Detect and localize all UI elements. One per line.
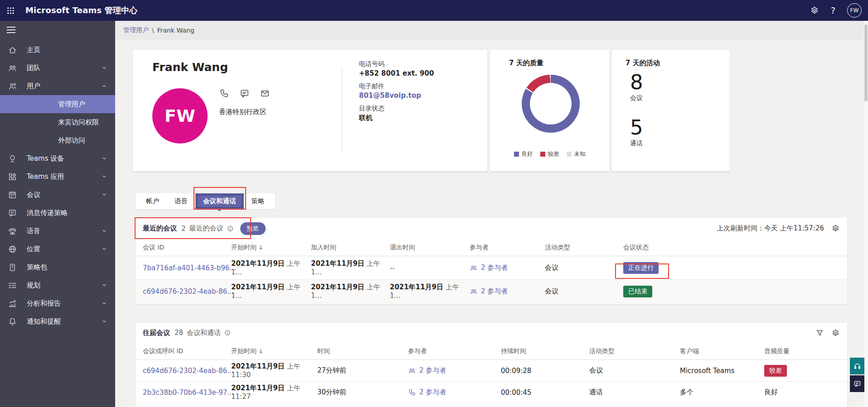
sidebar-item-notifications-alerts[interactable]: 通知和提醒 [0, 312, 115, 330]
scrollbar-thumb[interactable] [864, 24, 868, 101]
breadcrumb-parent-link[interactable]: 管理用户 [123, 26, 149, 34]
last-refresh-time: 上次刷新时间 : 今天 上午11:57:26 [717, 224, 824, 233]
recent-meetings-panel: 最近的会议 2 最近的会议 预览 上次刷新时间 : 今天 上午11:57:26 … [136, 218, 847, 304]
time-ago: 27分钟前 [317, 366, 346, 374]
email-link[interactable]: 801@58voip.top [359, 91, 434, 100]
sort-desc-icon: ↓ [258, 348, 263, 354]
divider [342, 67, 342, 153]
people-icon [470, 264, 478, 272]
meeting-id-link[interactable]: 7ba716af-a401-4463-b96... [143, 264, 236, 272]
chevron-down-icon [101, 155, 108, 162]
help-icon[interactable]: ? [831, 5, 835, 15]
support-headset-button[interactable] [850, 358, 864, 374]
user-region: 香港特别行政区 [219, 108, 267, 116]
people-icon [470, 287, 478, 296]
table-settings-gear-icon[interactable] [831, 329, 840, 337]
filter-funnel-icon[interactable] [815, 329, 824, 337]
col-audio-quality[interactable]: 音频质量 [764, 347, 847, 355]
app-launcher-waffle-icon[interactable] [0, 0, 21, 21]
sidebar-item-home[interactable]: 主页 [0, 41, 115, 59]
participants-link[interactable]: 2 参与者 [470, 287, 545, 296]
sidebar-item-locations[interactable]: 位置 [0, 240, 115, 258]
info-icon[interactable] [227, 225, 234, 232]
col-time-ago[interactable]: 时间 [317, 347, 408, 355]
hamburger-menu-icon[interactable] [0, 21, 20, 39]
sidebar-item-users[interactable]: 用户 [0, 77, 115, 95]
settings-gear-icon[interactable] [810, 6, 819, 15]
tab-policies[interactable]: 策略 [244, 193, 272, 209]
sidebar-item-planning[interactable]: 规划 [0, 276, 115, 294]
call-icon[interactable] [219, 88, 229, 99]
leave-time-empty: -- [390, 264, 395, 272]
col-start-time[interactable]: 开始时间↓ [231, 244, 311, 252]
chevron-down-icon [101, 300, 108, 307]
activity-type: 会议 [545, 263, 558, 272]
phone-icon [8, 226, 17, 236]
chevron-down-icon [101, 173, 108, 180]
top-app-bar: Microsoft Teams 管理中心 ? FW [0, 0, 868, 21]
chart-icon [8, 299, 17, 308]
legend-item-good: 良好 [514, 150, 533, 158]
past-meetings-subtitle: 会议和通话 [187, 329, 221, 337]
participants-link[interactable]: 2 参与者 [470, 263, 545, 272]
chevron-down-icon [101, 191, 108, 198]
sidebar-item-teams[interactable]: 团队 [0, 59, 115, 77]
tab-meetings-calls[interactable]: 会议和通话 [195, 193, 244, 209]
duration: 00:00:45 [501, 388, 531, 397]
col-meeting-call-id[interactable]: 会议或呼叫 ID [143, 347, 231, 355]
info-icon[interactable] [224, 329, 231, 336]
col-meeting-status[interactable]: 会议状态 [623, 244, 847, 252]
chevron-up-icon [101, 82, 108, 90]
col-duration[interactable]: 持续时间 [501, 347, 589, 355]
sidebar-item-policy-packages[interactable]: 策略包 [0, 258, 115, 276]
col-meeting-id[interactable]: 会议 ID [143, 244, 231, 252]
status-badge-ongoing: 正在进行 [623, 262, 659, 274]
chevron-down-icon [101, 245, 108, 253]
sidebar-item-teams-apps[interactable]: Teams 应用 [0, 168, 115, 186]
col-participants[interactable]: 参与者 [470, 244, 545, 252]
col-leave-time[interactable]: 退出时间 [390, 244, 470, 252]
meeting-id-link[interactable]: c694d676-2302-4eab-86... [143, 367, 233, 375]
sidebar-item-meetings[interactable]: 会议 [0, 186, 115, 204]
col-participants[interactable]: 参与者 [408, 347, 501, 355]
sidebar-item-guest-access[interactable]: 来宾访问权限 [0, 113, 115, 131]
chat-icon[interactable] [239, 88, 250, 99]
chat-icon [8, 208, 17, 218]
calendar-icon [8, 190, 17, 200]
meetings-stat: 8 会议 [630, 72, 643, 102]
tab-account[interactable]: 帐户 [138, 193, 167, 209]
sidebar-item-teams-devices[interactable]: Teams 设备 [0, 149, 115, 168]
col-activity-type[interactable]: 活动类型 [545, 244, 623, 252]
col-start-time[interactable]: 开始时间↓ [231, 347, 317, 355]
quality-7day-card: 7 天的质量 良好 较差 未知 [490, 50, 609, 172]
account-avatar[interactable]: FW [847, 3, 862, 18]
participants-link[interactable]: 2 参与者 [408, 388, 501, 397]
mail-icon[interactable] [260, 88, 270, 99]
activity-type: 会议 [589, 366, 603, 374]
sidebar-item-messaging-policies[interactable]: 消息传递策略 [0, 204, 115, 222]
device-icon [8, 154, 17, 163]
table-settings-gear-icon[interactable] [831, 224, 840, 233]
meeting-id-link[interactable]: c694d676-2302-4eab-86... [143, 287, 233, 296]
meeting-id-link[interactable]: 2b3c38b0-70b6-413e-97... [143, 388, 234, 397]
col-join-time[interactable]: 加入时间 [311, 244, 390, 252]
chevron-down-icon [101, 227, 108, 235]
past-meetings-count: 28 [175, 329, 183, 337]
sidebar-item-voice[interactable]: 语音 [0, 222, 115, 240]
chevron-down-icon [101, 318, 108, 325]
feedback-button[interactable] [850, 375, 864, 392]
sidebar-item-analytics-reports[interactable]: 分析和报告 [0, 294, 115, 312]
col-client[interactable]: 客户端 [680, 347, 764, 355]
chevron-down-icon [101, 64, 108, 72]
legend-item-unknown: 未知 [567, 150, 586, 158]
col-activity-type[interactable]: 活动类型 [589, 347, 680, 355]
headset-icon [853, 362, 862, 370]
sidebar-item-manage-users[interactable]: 管理用户 [0, 95, 115, 113]
feedback-chat-icon [853, 379, 862, 388]
participants-link[interactable]: 2 参与者 [408, 366, 501, 375]
directory-status-label: 目录状态 [359, 105, 434, 113]
sidebar-item-external-access[interactable]: 外部访问 [0, 131, 115, 149]
past-meetings-title: 往届会议 [143, 329, 170, 337]
vertical-scrollbar[interactable] [864, 21, 868, 407]
tab-voice[interactable]: 语音 [167, 193, 195, 209]
